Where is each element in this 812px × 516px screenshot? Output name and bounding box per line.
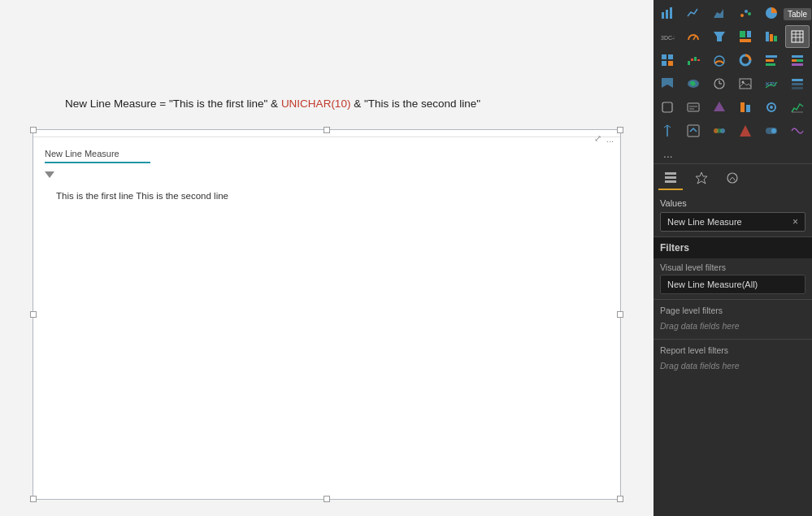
r-script-icon[interactable]: R: [785, 2, 810, 24]
divider1: [654, 299, 812, 300]
shape-icon[interactable]: [655, 96, 680, 119]
page-level-label: Page level filters: [654, 301, 812, 318]
scatter-chart-icon[interactable]: [733, 2, 758, 24]
svg-rect-18: [792, 31, 803, 42]
custom9-icon[interactable]: [759, 119, 784, 142]
svg-rect-3: [670, 7, 672, 19]
gauge-icon[interactable]: [681, 25, 706, 48]
svg-rect-17: [774, 36, 777, 41]
line-chart-icon[interactable]: [681, 2, 706, 24]
bar-chart-icon[interactable]: [655, 2, 680, 24]
visual-expand-icon[interactable]: ⤢: [594, 133, 601, 144]
formula-bar: New Line Measure = "This is the first li…: [24, 98, 629, 110]
formula-part1: "This is the first line": [169, 98, 267, 110]
formula-unichar: UNICHAR(10): [281, 98, 351, 110]
visual-filter-field[interactable]: New Line Measure(All): [660, 275, 805, 294]
handle-bl[interactable]: [30, 496, 37, 502]
table-icon[interactable]: Table: [785, 25, 810, 48]
svg-rect-28: [691, 59, 693, 61]
page-drag-placeholder: Drag data fields here: [654, 318, 812, 337]
100pct-bar-icon[interactable]: [785, 49, 810, 72]
custom4-icon[interactable]: [785, 96, 810, 119]
svg-rect-49: [792, 87, 803, 89]
svg-rect-37: [792, 59, 797, 62]
stacked-bar-icon[interactable]: [759, 25, 784, 48]
handle-tr[interactable]: [617, 127, 623, 133]
ribbon-icon[interactable]: [655, 72, 680, 95]
tab-analytics[interactable]: [720, 167, 745, 190]
visual-title: New Line Measure: [45, 145, 150, 163]
svg-rect-26: [668, 61, 673, 66]
tab-fields[interactable]: [658, 167, 683, 190]
gauge2-icon[interactable]: [707, 49, 732, 72]
svg-rect-13: [747, 31, 751, 37]
svg-rect-39: [792, 63, 803, 66]
svg-marker-54: [714, 102, 725, 111]
svg-rect-2: [666, 10, 668, 19]
custom3-icon[interactable]: [759, 96, 784, 119]
custom10-icon[interactable]: [785, 119, 810, 142]
right-panel: R 3DC-E Table: [654, 0, 812, 516]
main-area: New Line Measure = "This is the first li…: [0, 0, 654, 516]
filters-header: Filters: [654, 236, 812, 258]
remove-field-button[interactable]: ×: [792, 216, 798, 228]
handle-left[interactable]: [30, 311, 37, 318]
more-icons-button[interactable]: ...: [658, 145, 678, 162]
svg-line-10: [693, 36, 696, 40]
formula-amp1: &: [271, 98, 281, 110]
3d-map-icon[interactable]: 3DC-E: [655, 25, 680, 48]
donut-icon[interactable]: [733, 49, 758, 72]
funnel-icon[interactable]: [707, 25, 732, 48]
svg-rect-67: [665, 172, 676, 175]
divider2: [654, 339, 812, 340]
formula-part2: "This is the second line": [364, 98, 480, 110]
report-drag-placeholder: Drag data fields here: [654, 358, 812, 377]
custom2-icon[interactable]: [733, 96, 758, 119]
handle-br[interactable]: [617, 496, 623, 502]
textbox-icon[interactable]: [681, 96, 706, 119]
image-icon[interactable]: [733, 72, 758, 95]
field-pill-new-line[interactable]: New Line Measure ×: [660, 212, 805, 232]
svg-marker-0: [45, 171, 54, 178]
area-chart-icon[interactable]: [707, 2, 732, 24]
svg-point-66: [771, 128, 776, 133]
svg-rect-29: [694, 57, 697, 61]
clustered-bar-icon[interactable]: [759, 49, 784, 72]
svg-point-7: [748, 12, 751, 15]
svg-text:3DC-E: 3DC-E: [661, 35, 675, 41]
custom5-icon[interactable]: [655, 119, 680, 142]
custom1-icon[interactable]: [707, 96, 732, 119]
custom8-icon[interactable]: [733, 119, 758, 142]
custom6-icon[interactable]: [681, 119, 706, 142]
handle-tl[interactable]: [30, 127, 37, 133]
visual-more-icon[interactable]: ...: [606, 134, 614, 144]
handle-right[interactable]: [617, 311, 623, 318]
slicer-icon[interactable]: [785, 72, 810, 95]
kpi-icon[interactable]: KPI: [759, 72, 784, 95]
svg-rect-1: [662, 12, 664, 19]
formula-equals: =: [159, 98, 169, 110]
filled-map-icon[interactable]: [681, 72, 706, 95]
custom7-icon[interactable]: [707, 119, 732, 142]
waterfall-icon[interactable]: [681, 49, 706, 72]
visual-level-label: Visual level filters: [654, 258, 812, 275]
svg-rect-25: [662, 61, 667, 66]
handle-bottom[interactable]: [323, 496, 330, 502]
field-name: New Line Measure: [667, 217, 742, 227]
visual-container[interactable]: ⤢ ... New Line Measure This is the first…: [33, 129, 621, 500]
values-label: Values: [660, 198, 805, 208]
matrix-icon[interactable]: [655, 49, 680, 72]
clock-icon[interactable]: [707, 72, 732, 95]
svg-point-64: [717, 128, 722, 133]
report-level-label: Report level filters: [654, 341, 812, 358]
svg-rect-12: [740, 31, 745, 37]
svg-rect-38: [797, 59, 803, 62]
svg-marker-11: [714, 32, 725, 41]
pie-chart-icon[interactable]: [759, 2, 784, 24]
svg-rect-48: [792, 83, 803, 85]
svg-rect-47: [792, 79, 803, 81]
tab-format[interactable]: [689, 167, 714, 190]
values-section: Values New Line Measure ×: [654, 193, 812, 236]
handle-top[interactable]: [323, 127, 330, 133]
treemap-icon[interactable]: [733, 25, 758, 48]
